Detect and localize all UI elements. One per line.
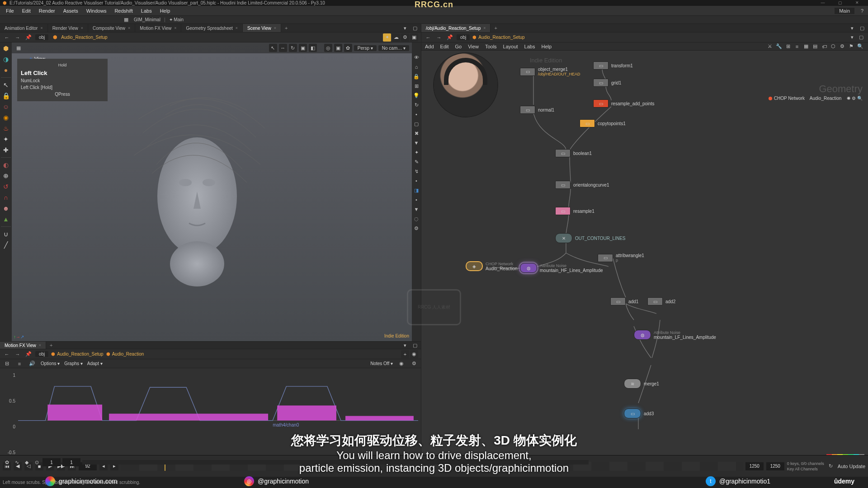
rt-pen-icon[interactable]: ✎ — [412, 158, 420, 166]
vp-cam-icon[interactable]: ▣ — [334, 44, 342, 52]
pane-max-icon[interactable]: ▢ — [411, 24, 419, 32]
nt-i6[interactable]: ▤ — [811, 42, 819, 51]
tl-anim-icon[interactable]: ✿ — [3, 458, 11, 466]
tl-snap-icon[interactable]: ⊙ — [33, 458, 41, 466]
rt-home-icon[interactable]: ⌂ — [412, 63, 420, 71]
tool-misc2-icon[interactable]: ✚ — [1, 145, 11, 155]
chop-indicator[interactable]: CHOP Network Audio_Reaction ✺ ⚙ 🔍 — [769, 96, 863, 101]
menu-help[interactable]: Help — [156, 8, 175, 14]
render-icon[interactable]: ▣ — [410, 33, 418, 42]
tool-select-icon[interactable]: ⬢ — [1, 43, 11, 53]
node-grid1[interactable]: ▭grid1 — [593, 79, 621, 87]
fx-notes[interactable]: Notes Off ▾ — [370, 361, 393, 366]
nav-fwd-icon[interactable]: → — [14, 33, 22, 42]
tl-auto[interactable]: Auto Update — [838, 464, 865, 469]
vp-persp[interactable]: Persp ▾ — [354, 45, 377, 51]
rt-loop-icon[interactable]: ↻ — [412, 101, 420, 109]
fx-list-icon[interactable]: ≡ — [15, 360, 24, 368]
desktop-right-label[interactable]: Main — [835, 8, 854, 14]
tl-end[interactable]: 1250 — [745, 462, 764, 470]
net-dd-icon[interactable]: ▾ — [848, 33, 856, 42]
rt-gear-icon[interactable]: ⚙ — [412, 224, 420, 232]
nt-i7[interactable]: 🏷 — [820, 42, 828, 51]
node-transform1[interactable]: ▭transform1 — [593, 61, 633, 70]
view-opts-icon[interactable]: ⚙ — [401, 33, 409, 42]
tl-end2[interactable]: 1250 — [766, 462, 784, 470]
tool-misc1-icon[interactable]: ✦ — [1, 134, 11, 144]
fx-pane-menu-icon[interactable]: ▾ — [401, 341, 409, 349]
net-go[interactable]: Go — [455, 44, 462, 49]
close-button[interactable]: ✕ — [849, 0, 865, 5]
net-pane-max-icon[interactable]: ▢ — [858, 24, 866, 32]
vp-shade-icon[interactable]: ◧ — [309, 44, 317, 52]
node-normal1[interactable]: ▭normal1 — [520, 106, 554, 114]
tool-light-icon[interactable]: ● — [1, 65, 11, 75]
node-boolean1[interactable]: ▭boolean1 — [555, 149, 592, 157]
node-mountain-lf[interactable]: ◍Attribute Noisemountain_LF_Lines_Amplit… — [634, 330, 716, 340]
fx-tab-add[interactable]: + — [46, 343, 56, 348]
pane-menu-icon[interactable]: ▾ — [401, 24, 409, 32]
tool-lock-icon[interactable]: 🔒 — [1, 91, 11, 101]
node-out-contour[interactable]: ✕OUT_CONTOUR_LINES — [555, 233, 626, 243]
menu-assets[interactable]: Assets — [59, 8, 82, 14]
tool-line-icon[interactable]: ╱ — [1, 240, 11, 250]
net-back-icon[interactable]: ← — [424, 33, 432, 42]
tab-scene-view[interactable]: Scene View× — [243, 24, 281, 32]
rt-key-icon[interactable]: ↯ — [412, 167, 420, 175]
node-resample1[interactable]: ▭resample1 — [555, 207, 594, 215]
rt-down-icon[interactable]: ▼ — [412, 139, 420, 147]
node-attribwrangle[interactable]: ▭attribwrangle1p — [598, 253, 644, 263]
fx-back-icon[interactable]: ← — [3, 350, 11, 358]
menu-file[interactable]: File — [2, 8, 18, 14]
rt-tri-icon[interactable]: ▼ — [412, 205, 420, 213]
network-view[interactable]: Indie Edition Geometry CHOP Network Audi… — [421, 51, 868, 477]
tl-key-icon[interactable]: ◆ — [23, 458, 31, 466]
nav-back-icon[interactable]: ← — [3, 33, 11, 42]
fx-spk-icon[interactable]: 🔊 — [28, 360, 36, 368]
net-edit[interactable]: Edit — [440, 44, 449, 49]
fx-graph-icon[interactable]: ⊟ — [3, 360, 11, 368]
tool-scope-icon[interactable]: ◑ — [1, 54, 11, 64]
take-icon[interactable]: ✦ — [383, 33, 391, 42]
tab-composite-view[interactable]: Composite View× — [88, 24, 135, 32]
vp-grid-icon[interactable]: ▦ — [14, 44, 23, 52]
fx-eye-icon[interactable]: ◉ — [410, 350, 418, 358]
cloud-icon[interactable]: ☁ — [392, 33, 400, 42]
fx-plus-icon[interactable]: + — [401, 350, 409, 358]
vp-translate-icon[interactable]: ↔ — [279, 44, 287, 52]
rt-dot-icon[interactable]: • — [412, 110, 420, 118]
tool-capture-icon[interactable]: ⊕ — [1, 171, 11, 181]
node-merge1[interactable]: ≋merge1 — [624, 379, 659, 389]
tool-terrain-icon[interactable]: ▲ — [1, 214, 11, 224]
rt-ring-icon[interactable]: ◌ — [412, 215, 420, 223]
tab-geometry-spreadsheet[interactable]: Geometry Spreadsheet× — [181, 24, 243, 32]
tool-planet-icon[interactable]: ◉ — [1, 113, 11, 122]
net-pin-icon[interactable]: 📌 — [446, 33, 454, 42]
nt-i1[interactable]: ⚔ — [766, 42, 774, 51]
tl-start[interactable]: 1 — [42, 458, 61, 466]
rt-box-icon[interactable]: ▢ — [412, 120, 420, 128]
nt-i2[interactable]: 🔧 — [775, 42, 783, 51]
menu-redshift[interactable]: Redshift — [110, 8, 137, 14]
rt-eye-icon[interactable]: 👁 — [412, 53, 420, 61]
net-tab-add[interactable]: + — [491, 25, 500, 31]
desktop-icon[interactable]: ▦ — [122, 16, 130, 24]
rt-lamp-icon[interactable]: 💡 — [412, 91, 420, 99]
tab-motion-fx-view[interactable]: Motion FX View× — [135, 24, 181, 32]
tool-bone-icon[interactable]: ↺ — [1, 182, 11, 192]
maximize-button[interactable]: ▢ — [832, 0, 848, 5]
fx-pin-icon[interactable]: 📌 — [24, 350, 33, 358]
tl-start2[interactable]: 1 — [62, 458, 80, 466]
net-max-icon[interactable]: ▢ — [857, 33, 865, 42]
fx-pane-max-icon[interactable]: ▢ — [411, 341, 419, 349]
node-add2[interactable]: ▭add2 — [647, 297, 675, 305]
fx-options[interactable]: Options ▾ — [41, 361, 60, 366]
nt-search-icon[interactable]: 🔍 — [856, 42, 864, 51]
rt-dot2-icon[interactable]: • — [412, 177, 420, 185]
menu-windows[interactable]: Windows — [82, 8, 111, 14]
tl-curve-icon[interactable]: ∿ — [13, 458, 21, 466]
viewport[interactable]: ▦ ↖ ↔ ↻ ▣ ◧ ◎ ▣ ✿ Persp ▾ No cam… ▾ — [12, 42, 412, 341]
fx-adapt[interactable]: Adapt ▾ — [87, 361, 103, 366]
menu-edit[interactable]: Edit — [18, 8, 35, 14]
menu-render[interactable]: Render — [35, 8, 59, 14]
